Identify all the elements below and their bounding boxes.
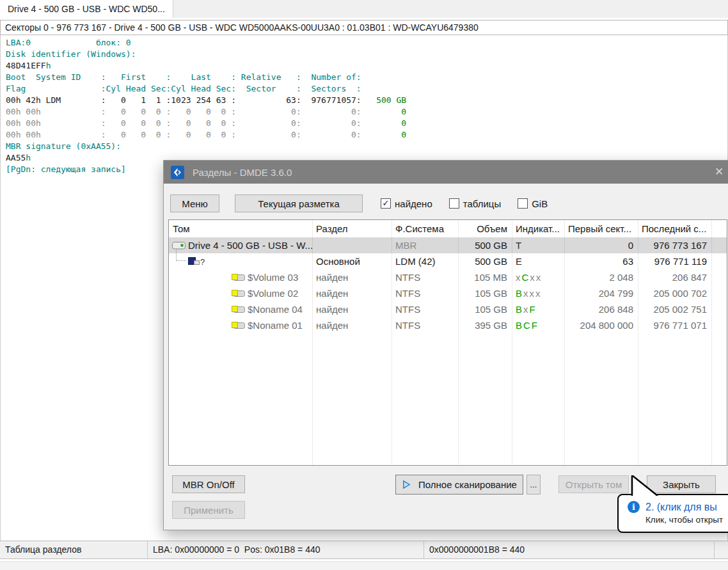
table-row[interactable]: $Volume 02найденNTFS105 GBBxxx204 799205…: [169, 285, 727, 301]
table-row[interactable]: $Noname 01найденNTFS395 GBBCF204 800 000…: [169, 317, 727, 333]
filesystem-label: NTFS: [395, 304, 420, 315]
hex-line: LBA:0 блок: 0: [6, 37, 727, 49]
status-lba-pos: LBA: 0x00000000 = 0 Pos: 0x01B8 = 440: [147, 541, 423, 558]
menu-button[interactable]: Меню: [170, 194, 219, 212]
volume-icon: [232, 289, 245, 297]
volume-name: Drive 4 - 500 GB - USB - W...: [188, 237, 313, 253]
hex-line: 00h 00h : 0 0 0 : 0 0 0 : 0: 0: 0: [6, 106, 727, 118]
indicator-flag: x: [516, 272, 522, 283]
cell-size: 105 GB: [458, 301, 512, 317]
indicator-flag: E: [516, 256, 523, 267]
status-offset: 0x0000000001B8 = 440: [423, 541, 715, 558]
tooltip-step-text: 2. (клик для вы: [645, 502, 717, 513]
indicator-flag: B: [516, 288, 523, 299]
cell-partition: [312, 237, 392, 253]
checkbox-label: найдено: [395, 198, 432, 209]
cell-partition: найден: [312, 317, 392, 333]
table-row[interactable]: $Noname 04найденNTFS105 GBBxF206 848205 …: [169, 301, 727, 317]
hex-line: Disk identifier (Windows):: [6, 49, 727, 60]
cell-first-sector: 206 848: [564, 301, 638, 317]
dialog-titlebar: Разделы - DMDE 3.6.0 ✕: [164, 161, 728, 184]
cell-size: 105 GB: [458, 285, 512, 301]
apply-button[interactable]: Применить: [172, 501, 245, 519]
cell-last-sector: 976 771 071: [638, 317, 711, 333]
partition-question-icon: ?: [188, 257, 205, 266]
open-volume-button[interactable]: Открыть том: [558, 475, 629, 493]
cell-volume: $Volume 03: [169, 269, 312, 285]
scan-play-icon: [402, 480, 411, 489]
hint-tooltip[interactable]: i 2. (клик для вы Клик, чтобы открыт: [617, 494, 728, 533]
cell-filesystem: NTFS: [392, 317, 458, 333]
column-header-2[interactable]: Ф.Система: [392, 223, 458, 234]
volume-name: $Noname 04: [248, 301, 303, 317]
column-header-1[interactable]: Раздел: [312, 223, 392, 234]
checkbox-gib[interactable]: GiB: [518, 198, 548, 209]
cell-size: 105 MB: [458, 269, 512, 285]
current-layout-button[interactable]: Текущая разметка: [235, 194, 363, 212]
volume-icon: [232, 305, 245, 313]
tab-title: Drive 4 - 500 GB - USB - WDC WD50...: [8, 4, 165, 14]
indicator-flag: T: [516, 240, 523, 251]
column-header-4[interactable]: Индикат...: [512, 223, 564, 234]
cell-volume: ?: [169, 253, 312, 269]
more-options-button[interactable]: ...: [526, 475, 541, 495]
hex-line: 00h 00h : 0 0 0 : 0 0 0 : 0: 0: 0: [6, 118, 727, 129]
svg-text:?: ?: [200, 257, 205, 266]
volume-name: $Noname 01: [248, 317, 303, 333]
checkbox-group: ✓найденотаблицыGiB: [381, 194, 548, 212]
tooltip-body-text: Клик, чтобы открыт: [645, 515, 728, 525]
cell-first-sector: 0: [564, 237, 638, 253]
info-icon: i: [628, 501, 640, 513]
table-row[interactable]: Drive 4 - 500 GB - USB - W...MBR500 GBT0…: [169, 237, 727, 253]
cell-last-sector: 206 847: [638, 269, 711, 285]
column-header-5[interactable]: Первый сект...: [564, 223, 638, 234]
column-header-0[interactable]: Том: [169, 223, 312, 234]
indicator-flag: xx: [530, 272, 542, 283]
tab-bar: Drive 4 - 500 GB - USB - WDC WD50...: [0, 0, 728, 18]
cell-filesystem: LDM (42): [392, 253, 458, 269]
column-header-3[interactable]: Объем: [458, 223, 512, 234]
checkbox-tables[interactable]: таблицы: [449, 198, 501, 209]
tooltip-title-row: i 2. (клик для вы: [628, 501, 728, 513]
indicator-flag: C: [522, 272, 530, 283]
close-icon[interactable]: ✕: [708, 161, 728, 184]
cell-indicator: BxF: [512, 301, 564, 317]
partition-table: ТомРазделФ.СистемаОбъемИндикат...Первый …: [168, 219, 727, 466]
tree-branch: [176, 249, 186, 261]
cell-indicator: xCxx: [512, 269, 564, 285]
sector-header-text: Секторы 0 - 976 773 167 - Drive 4 - 500 …: [5, 22, 479, 33]
dmde-app-window: Drive 4 - 500 GB - USB - WDC WD50... Сек…: [0, 0, 728, 570]
tab-drive4[interactable]: Drive 4 - 500 GB - USB - WDC WD50...: [0, 0, 173, 18]
checkbox-box-tables: [449, 198, 459, 209]
checkbox-found[interactable]: ✓найдено: [381, 198, 432, 209]
status-mode: Таблица разделов: [0, 541, 147, 558]
volume-icon: [232, 273, 245, 281]
cell-indicator: E: [512, 253, 564, 269]
full-scan-button[interactable]: Полное сканирование: [395, 475, 523, 495]
cell-partition: Основной: [312, 253, 392, 269]
sector-header: Секторы 0 - 976 773 167 - Drive 4 - 500 …: [0, 20, 728, 35]
cell-first-sector: 204 800 000: [564, 317, 638, 333]
cell-volume: $Volume 02: [169, 285, 312, 301]
volume-icon: [232, 321, 245, 329]
filesystem-label: NTFS: [395, 272, 420, 283]
cell-indicator: BCF: [512, 317, 564, 333]
table-row[interactable]: ?ОсновнойLDM (42)500 GBE63976 771 119: [169, 253, 727, 269]
indicator-flag: B: [516, 304, 523, 315]
mbr-onoff-button[interactable]: MBR On/Off: [172, 475, 245, 493]
column-header-6[interactable]: Последний с...: [638, 223, 711, 234]
cell-filesystem: NTFS: [392, 269, 458, 285]
hex-line: 48D41EFFh: [6, 60, 727, 72]
cell-last-sector: 976 773 167: [638, 237, 711, 253]
filesystem-label: MBR: [395, 240, 416, 251]
hex-line: 00h 00h : 0 0 0 : 0 0 0 : 0: 0: 0: [6, 129, 727, 141]
cell-size: 500 GB: [458, 253, 512, 269]
indicator-flag: x: [523, 304, 530, 315]
dmde-logo-icon: [171, 166, 184, 179]
filesystem-label: NTFS: [395, 320, 420, 331]
table-row[interactable]: $Volume 03найденNTFS105 MBxCxx2 048206 8…: [169, 269, 727, 285]
checkbox-label: таблицы: [463, 198, 501, 209]
hex-line: MBR signature (0xAA55):: [6, 141, 727, 152]
cell-size: 500 GB: [458, 237, 512, 253]
status-bar: Таблица разделов LBA: 0x00000000 = 0 Pos…: [0, 541, 728, 559]
